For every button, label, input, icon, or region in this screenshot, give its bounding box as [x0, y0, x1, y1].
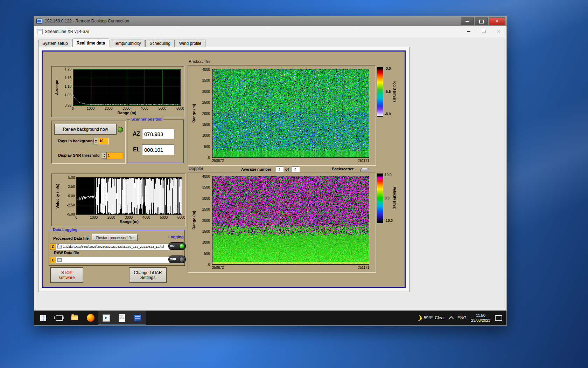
ytick-label: 2500 — [202, 101, 210, 104]
rdp-close-button[interactable]: ✕ — [489, 18, 505, 25]
taskbar-app-buttons: Scan sched — [35, 311, 146, 325]
close-icon: ✕ — [497, 29, 501, 34]
ytick-label: 3500 — [202, 79, 210, 82]
app-icon — [37, 29, 43, 34]
doppler-plot-frame: Range (m) 400035003000250020001500100050… — [188, 172, 376, 273]
backscatter-toggle-label: Backscatter — [332, 167, 354, 171]
scan-schedule-app-button[interactable]: Scan sched — [114, 311, 130, 325]
change-lidar-settings-button[interactable]: Change LiDAR Settings — [129, 267, 167, 283]
tab-scheduling[interactable]: Scheduling — [145, 40, 174, 47]
doppler-heatmap — [212, 176, 369, 265]
ytick-label: 1500 — [202, 229, 210, 233]
restart-processed-file-button[interactable]: Restart processed file — [92, 234, 138, 241]
raw-drive-button[interactable]: C — [50, 257, 56, 263]
rays-spinner[interactable] — [93, 138, 98, 144]
processed-file-path-field[interactable]: C:\Lidar\Data\Proc\2023\202308\20230823\… — [56, 244, 169, 250]
elevation-value: 000.101 — [142, 144, 174, 155]
rdp-icon — [36, 19, 42, 23]
app-minimize-button[interactable] — [466, 29, 471, 34]
snr-spinner[interactable] — [102, 152, 106, 159]
blue-app-button[interactable] — [130, 311, 146, 325]
velocity-y-axis-label: Velocity (m/s) — [55, 177, 59, 215]
tab-temp-humidity[interactable]: Temp/humidity — [110, 40, 145, 47]
rays-in-background-input[interactable]: 10 — [98, 138, 109, 144]
ytick-label: 1.05 — [65, 93, 71, 97]
backscatter-section-title: Backscatter — [189, 59, 211, 64]
app-restore-button[interactable] — [481, 29, 486, 34]
raw-file-path-field[interactable] — [56, 257, 169, 263]
maximize-icon — [479, 20, 484, 23]
ytick-label: 2000 — [202, 111, 210, 115]
rdp-minimize-button[interactable] — [461, 18, 474, 25]
average-number-label: Average number — [241, 167, 271, 171]
app-titlebar[interactable]: StreamLine XR v14-6.vi ✕ — [34, 26, 506, 37]
minimize-icon — [467, 31, 470, 32]
ytick-label: 1.10 — [65, 84, 71, 88]
backscatter-x-end-label: 251171 — [334, 159, 369, 163]
velocity-plot — [76, 177, 182, 215]
elevation-label: EL — [133, 146, 140, 153]
app-window-controls: ✕ — [466, 26, 502, 37]
weather-tray-item[interactable]: 59°F Clear — [416, 315, 445, 321]
xtick-label: 3000 — [125, 216, 133, 219]
cbtick-label: -8.0 — [385, 112, 391, 116]
weather-condition: Clear — [435, 315, 445, 320]
processed-drive-button[interactable]: C — [50, 244, 56, 250]
minimize-icon — [465, 21, 469, 22]
doppler-y-ticks: 40003500300025002000150010005000 — [196, 176, 210, 264]
folder-icon — [71, 315, 78, 320]
scan-schedule-app-icon: Scan sched — [119, 314, 125, 322]
data-logging-group: Data Logging Processed Data file Restart… — [49, 230, 185, 266]
clock-tray-item[interactable]: 11:50 23/08/2023 — [471, 313, 490, 323]
tab-bar: System setup Real time data Temp/humidit… — [38, 39, 206, 47]
xtick-label: 6000 — [176, 107, 184, 110]
folder-icon — [57, 245, 62, 248]
xtick-label: 1000 — [90, 216, 98, 219]
tab-page: A-scope 1.201.151.101.050.99 01000200030… — [38, 47, 410, 292]
processed-data-file-label: Processed Data file — [53, 236, 89, 240]
data-logging-title: Data Logging — [52, 227, 78, 232]
start-button[interactable] — [35, 311, 51, 325]
decrement-icon[interactable] — [95, 142, 97, 143]
ytick-label: -5.00 — [67, 212, 75, 216]
ytick-label: 3000 — [202, 89, 210, 93]
stop-software-button[interactable]: STOP software — [50, 267, 83, 283]
ytick-label: 1.15 — [65, 76, 71, 80]
cbtick-label: -10.0 — [385, 218, 393, 222]
xtick-label: 1000 — [87, 107, 94, 110]
ytick-label: 3500 — [202, 185, 210, 189]
ytick-label: 0.00 — [68, 194, 75, 198]
decrement-icon[interactable] — [103, 156, 105, 157]
azimuth-value: 078.983 — [142, 129, 174, 139]
rdp-maximize-button[interactable] — [475, 18, 488, 25]
doppler-x-start-label: 250672 — [212, 266, 224, 270]
cbtick-label: 0.0 — [385, 196, 390, 200]
increment-icon[interactable] — [103, 154, 105, 155]
xtick-label: 2000 — [105, 107, 112, 110]
renew-background-button[interactable]: Renew background now — [54, 124, 117, 135]
ytick-label: 3000 — [202, 196, 210, 200]
logging-off-led-icon — [179, 257, 184, 262]
language-indicator[interactable]: ENG — [457, 315, 467, 320]
backscatter-y-ticks: 40003500300025002000150010005000 — [196, 69, 210, 157]
ytick-label: 1500 — [202, 122, 210, 126]
show-hidden-icons-chevron[interactable] — [449, 316, 454, 321]
taskbar-tray: 59°F Clear ENG 11:50 23/08/2023 — [416, 311, 502, 325]
task-view-button[interactable] — [51, 311, 67, 325]
app-close-button[interactable]: ✕ — [496, 29, 502, 34]
scan-schedule-caption: Scan sched — [119, 315, 124, 319]
streamline-app-button[interactable] — [98, 311, 114, 325]
increment-icon[interactable] — [95, 139, 97, 141]
cbtick-label: 10.0 — [385, 173, 391, 177]
display-snr-threshold-input[interactable]: 1 — [106, 152, 123, 159]
processed-logging-toggle[interactable]: ON — [168, 242, 186, 250]
tab-wind-profile[interactable]: Wind profile — [175, 40, 205, 47]
rdp-titlebar[interactable]: 192.168.0.122 - Remote Desktop Connectio… — [34, 16, 507, 26]
file-explorer-button[interactable] — [67, 311, 83, 325]
xtick-label: 0 — [72, 107, 74, 110]
tab-system-setup[interactable]: System setup — [38, 40, 72, 47]
raw-logging-toggle[interactable]: OFF — [168, 255, 186, 263]
firefox-button[interactable] — [83, 311, 98, 325]
tab-real-time-data[interactable]: Real time data — [72, 39, 109, 47]
action-center-icon[interactable] — [495, 315, 502, 321]
